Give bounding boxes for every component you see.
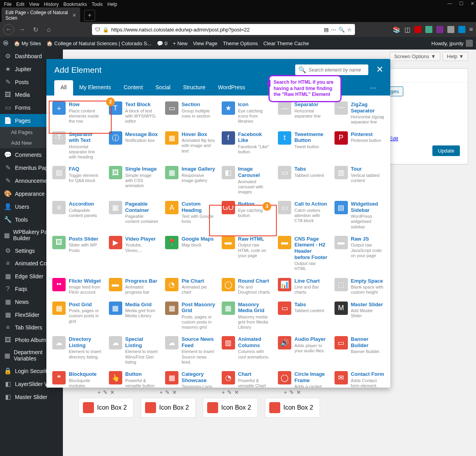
tab-wordpress[interactable]: WordPress: [211, 80, 251, 96]
ext-onenote-icon[interactable]: [436, 26, 443, 33]
ext-pocket-icon[interactable]: [458, 26, 465, 33]
tab-structure[interactable]: Structure: [177, 80, 212, 96]
element-faq[interactable]: ▤FAQToggle element for Q&A block: [50, 163, 105, 197]
menu-bookmarks[interactable]: Bookmarks: [63, 2, 87, 7]
minimize-icon[interactable]: —: [447, 1, 452, 6]
avatar[interactable]: [466, 40, 473, 47]
element-round-chart[interactable]: ◯Round ChartPie and Doughnut charts: [219, 275, 275, 298]
new-tab-button[interactable]: +: [84, 10, 95, 21]
menu-view[interactable]: View: [29, 2, 39, 7]
element-master-slider[interactable]: MMaster SliderAdd Master Slider: [332, 299, 388, 333]
element-pageable-container[interactable]: ▦Pageable ContainerPageable content cont…: [106, 198, 162, 232]
element-google-maps[interactable]: 📍Google MapsMap block: [162, 233, 218, 274]
element-post-masonry-grid[interactable]: ▦Post Masonry GridPosts, pages or custom…: [162, 299, 218, 333]
element-line-chart[interactable]: 📊Line ChartLine and Bar charts: [275, 275, 331, 298]
update-button[interactable]: Update: [432, 145, 460, 156]
element-masonry-media-grid[interactable]: ▦Masonry Media GridMasonry media grid fr…: [219, 299, 275, 333]
back-button[interactable]: ←: [3, 24, 14, 35]
element-banner-builder[interactable]: ▭Banner BuilderBanner Builder.: [332, 333, 388, 368]
wp-logo-icon[interactable]: ⓦ: [3, 40, 8, 47]
screen-options-button[interactable]: Screen Options ▼: [390, 52, 440, 61]
icon-box[interactable]: Icon Box 2: [141, 398, 196, 417]
element-progress-bar[interactable]: ▬Progress BarAnimated progress bar: [106, 275, 162, 298]
add-icon[interactable]: +: [97, 389, 101, 395]
tab-all[interactable]: All: [54, 80, 73, 96]
element-image-gallery[interactable]: ▦Image GalleryResponsive image gallery: [162, 163, 218, 197]
element-media-grid[interactable]: ▦Media GridMedia grid from Media Library: [106, 299, 162, 333]
sidebar-item-master-slider[interactable]: ◧Master Slider: [0, 390, 63, 403]
element-posts-slider[interactable]: 🖼Posts SliderSlider with WP Posts: [50, 233, 105, 274]
element-widgetised-sidebar[interactable]: ▤Widgetised SidebarWordPress widgetised …: [332, 198, 388, 232]
element-pinterest[interactable]: PPinterestPinterest button: [332, 129, 388, 163]
element-single-image[interactable]: 🖼Single ImageSimple image with CSS anima…: [106, 163, 162, 197]
element-accordion[interactable]: ≡AccordionCollapsible content panels: [50, 198, 105, 232]
browser-tab[interactable]: Edit Page ‹ College of Natural Scien ✕: [2, 7, 80, 23]
hamburger-menu-icon[interactable]: ≡: [469, 26, 473, 33]
forward-button[interactable]: →: [17, 24, 28, 35]
icon-box[interactable]: Icon Box 2: [79, 398, 134, 417]
element-special-listing[interactable]: ☁Special ListingElement to insert Wins/F…: [106, 333, 162, 368]
maximize-icon[interactable]: ☐: [459, 1, 463, 6]
view-page-link[interactable]: View Page: [193, 40, 217, 46]
element-facebook-like[interactable]: fFacebook LikeFacebook "Like" button: [219, 129, 275, 163]
element-message-box[interactable]: ⓘMessage BoxNotification box: [106, 129, 162, 163]
page-actions-icon[interactable]: ⋯: [331, 27, 336, 33]
element-circle-image-frame[interactable]: ◯Circle Image FrameAdds a circled image …: [275, 368, 331, 388]
element-blockquote[interactable]: ❝BlockquoteBlockquote modules: [50, 368, 105, 388]
tabs-more-icon[interactable]: ⋯: [364, 80, 382, 96]
element-directory-listing[interactable]: ☁Directory ListingElement to insert dire…: [50, 333, 105, 368]
element-chart[interactable]: ◔ChartPowerful & versatile Chart element…: [219, 368, 275, 388]
element-cns-page-element-h2-header-before-footer[interactable]: ▬CNS Page Element - H2 Header before Foo…: [275, 233, 331, 274]
element-pie-chart[interactable]: ◔Pie ChartAnimated pie chart: [162, 275, 218, 298]
theme-options-link[interactable]: Theme Options: [223, 40, 258, 46]
icon-box[interactable]: Icon Box 2: [203, 398, 258, 417]
element-raw-html[interactable]: ▬Raw HTMLOutput raw HTML code on your pa…: [219, 233, 275, 274]
icon-box[interactable]: Icon Box 2: [265, 398, 320, 417]
element-hover-box[interactable]: ▦Hover BoxAnimated flip box with image a…: [162, 129, 218, 163]
element-separator[interactable]: —SeparatorHorizontal separator line: [275, 99, 331, 128]
tab-close-icon[interactable]: ✕: [72, 13, 76, 18]
ext-2-icon[interactable]: [425, 26, 432, 33]
tab-content[interactable]: Content: [117, 80, 149, 96]
my-sites-link[interactable]: 🏠 My Sites: [14, 40, 41, 46]
element-category-showcase[interactable]: ▦Category ShowcaseTaxonomy Loop for post…: [162, 368, 218, 388]
element-flickr-widget[interactable]: ••Flickr WidgetImage feed from Flickr ac…: [50, 275, 105, 298]
close-icon[interactable]: ✕: [470, 1, 474, 6]
new-link[interactable]: + New: [173, 40, 187, 46]
ext-4-icon[interactable]: [447, 26, 454, 33]
element-section[interactable]: ▭SectionGroup multiple rows in section: [162, 99, 218, 128]
menu-edit[interactable]: Edit: [16, 2, 24, 7]
ext-adblock-icon[interactable]: [414, 26, 421, 33]
element-zigzag-separator[interactable]: 〰ZigZag SeparatorHorizontal zigzag separ…: [332, 99, 388, 128]
tab-my-elements[interactable]: My Elements: [73, 80, 118, 96]
element-tour[interactable]: ▥TourVertical tabbed content: [332, 163, 388, 197]
comments-link[interactable]: 💬 0: [157, 40, 167, 46]
sidebar-icon[interactable]: ◫: [404, 26, 410, 33]
menu-tools[interactable]: Tools: [92, 2, 103, 7]
tab-social[interactable]: Social: [149, 80, 177, 96]
element-icon[interactable]: ★IconEye catching icons from libraries: [219, 99, 275, 128]
menu-history[interactable]: History: [44, 2, 59, 7]
modal-close-button[interactable]: ✕: [376, 64, 383, 75]
element-empty-space[interactable]: ⬚Empty SpaceBlank space with custom heig…: [332, 275, 388, 298]
menu-file[interactable]: File: [4, 2, 11, 7]
element-button[interactable]: 👆ButtonPowerful & versatile button short…: [106, 368, 162, 388]
element-call-to-action[interactable]: ▭Call to ActionCatch visitors attention …: [275, 198, 331, 232]
element-tweetmeme-button[interactable]: tTweetmeme ButtonTweet button: [275, 129, 331, 163]
element-post-grid[interactable]: ▦Post GridPosts, pages or custom posts i…: [50, 299, 105, 333]
home-button[interactable]: ⌂: [43, 24, 54, 35]
element-tabs[interactable]: ▭TabsTabbed content: [275, 163, 331, 197]
element-video-player[interactable]: ▶Video PlayerYoutube, Vimeo,...: [106, 233, 162, 274]
element-source-news-feed[interactable]: ☁Source News FeedElement to insert Sourc…: [162, 333, 218, 368]
help-button[interactable]: Help ▼: [443, 52, 468, 61]
edit-icon[interactable]: ✎: [103, 389, 108, 395]
menu-help[interactable]: Help: [107, 2, 117, 7]
reload-button[interactable]: ↻: [30, 24, 41, 35]
element-contact-form[interactable]: ✉Contact FormAdds Contact form element.: [332, 368, 388, 388]
library-icon[interactable]: 📚: [393, 26, 401, 33]
delete-icon[interactable]: ✕: [110, 389, 115, 395]
edit-date-link[interactable]: Edit: [390, 136, 398, 142]
site-link[interactable]: 🏠 College of Natural Sciences | Colorado…: [46, 40, 151, 46]
search-input[interactable]: [309, 67, 365, 73]
search-icon[interactable]: 🔍: [338, 27, 345, 33]
